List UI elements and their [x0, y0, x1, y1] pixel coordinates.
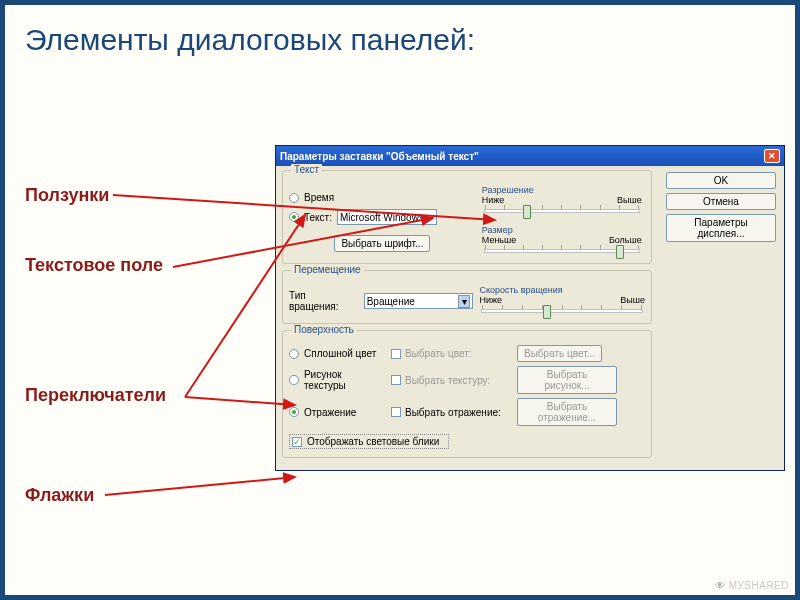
- radio-texture-label: Рисунок текстуры: [304, 369, 385, 391]
- choose-texture-button[interactable]: Выбрать рисунок...: [517, 366, 617, 394]
- slider-high: Выше: [617, 195, 642, 205]
- window-title: Параметры заставки "Объемный текст": [280, 151, 479, 162]
- radio-icon: [289, 375, 299, 385]
- radio-texture[interactable]: Рисунок текстуры: [289, 369, 385, 391]
- group-text: Текст Время Текст: Выбрать ш: [282, 170, 652, 264]
- titlebar[interactable]: Параметры заставки "Объемный текст" ✕: [276, 146, 784, 166]
- group-move-legend: Перемещение: [291, 264, 364, 275]
- group-surface-legend: Поверхность: [291, 324, 357, 335]
- group-move: Перемещение Тип вращения: Вращение ▾ Ско…: [282, 270, 652, 324]
- label-radios: Переключатели: [25, 385, 166, 406]
- cancel-button[interactable]: Отмена: [666, 193, 776, 210]
- label-sliders: Ползунки: [25, 185, 109, 206]
- radio-icon: [289, 193, 299, 203]
- slider-resolution: Разрешение Ниже Выше: [482, 185, 642, 217]
- dialog-window: Параметры заставки "Объемный текст" ✕ OK…: [275, 145, 785, 471]
- check-glare[interactable]: ✓ Отображать световые блики: [289, 434, 449, 449]
- watermark: 👁 МУSНАRED: [715, 580, 789, 591]
- checkbox-icon: ✓: [292, 437, 302, 447]
- choose-color-button[interactable]: Выбрать цвет...: [517, 345, 602, 362]
- spin-type-combo[interactable]: Вращение ▾: [364, 293, 474, 309]
- slider-high: Больше: [609, 235, 642, 245]
- radio-reflect-label: Отражение: [304, 407, 356, 418]
- slider-low: Ниже: [479, 295, 502, 305]
- group-surface: Поверхность Сплошной цвет Выбрать цвет: …: [282, 330, 652, 458]
- check-choose-texture[interactable]: Выбрать текстуру:: [391, 375, 511, 386]
- slider-low: Меньше: [482, 235, 517, 245]
- radio-reflection[interactable]: Отражение: [289, 407, 385, 418]
- checkbox-icon: [391, 349, 401, 359]
- group-text-legend: Текст: [291, 164, 322, 175]
- slider-track[interactable]: [484, 249, 640, 253]
- slider-legend: Скорость вращения: [479, 285, 645, 295]
- slider-size: Размер Меньше Больше: [482, 225, 642, 257]
- slider-track[interactable]: [481, 309, 643, 313]
- slide-title: Элементы диалоговых панелей:: [25, 23, 475, 57]
- radio-solid-label: Сплошной цвет: [304, 348, 376, 359]
- check-glare-label: Отображать световые блики: [307, 436, 439, 447]
- radio-icon: [289, 212, 299, 222]
- slider-low: Ниже: [482, 195, 505, 205]
- spin-type-label: Тип вращения:: [289, 290, 358, 312]
- radio-time-label: Время: [304, 192, 334, 203]
- slider-legend: Разрешение: [482, 185, 642, 195]
- checkbox-icon: [391, 407, 401, 417]
- radio-solid-color[interactable]: Сплошной цвет: [289, 348, 385, 359]
- combo-value: Вращение: [367, 296, 415, 307]
- radio-text-label: Текст:: [304, 212, 332, 223]
- check-reflect-label: Выбрать отражение:: [405, 407, 501, 418]
- text-input[interactable]: [337, 209, 437, 225]
- check-texture-label: Выбрать текстуру:: [405, 375, 490, 386]
- close-icon[interactable]: ✕: [764, 149, 780, 163]
- check-color-label: Выбрать цвет:: [405, 348, 472, 359]
- display-params-button[interactable]: Параметры дисплея...: [666, 214, 776, 242]
- slider-legend: Размер: [482, 225, 642, 235]
- chevron-down-icon: ▾: [458, 295, 470, 308]
- radio-time[interactable]: Время: [289, 192, 476, 203]
- check-choose-reflection[interactable]: Выбрать отражение:: [391, 407, 511, 418]
- choose-reflection-button[interactable]: Выбрать отражение...: [517, 398, 617, 426]
- radio-icon: [289, 349, 299, 359]
- label-checkboxes: Флажки: [25, 485, 94, 506]
- label-textfield: Текстовое поле: [25, 255, 163, 276]
- check-choose-color[interactable]: Выбрать цвет:: [391, 348, 511, 359]
- choose-font-button[interactable]: Выбрать шрифт...: [334, 235, 430, 252]
- ok-button[interactable]: OK: [666, 172, 776, 189]
- radio-text[interactable]: Текст:: [289, 209, 476, 225]
- slider-track[interactable]: [484, 209, 640, 213]
- checkbox-icon: [391, 375, 401, 385]
- radio-icon: [289, 407, 299, 417]
- slider-high: Выше: [620, 295, 645, 305]
- slider-speed: Скорость вращения Ниже Выше: [479, 285, 645, 317]
- svg-line-4: [105, 477, 295, 495]
